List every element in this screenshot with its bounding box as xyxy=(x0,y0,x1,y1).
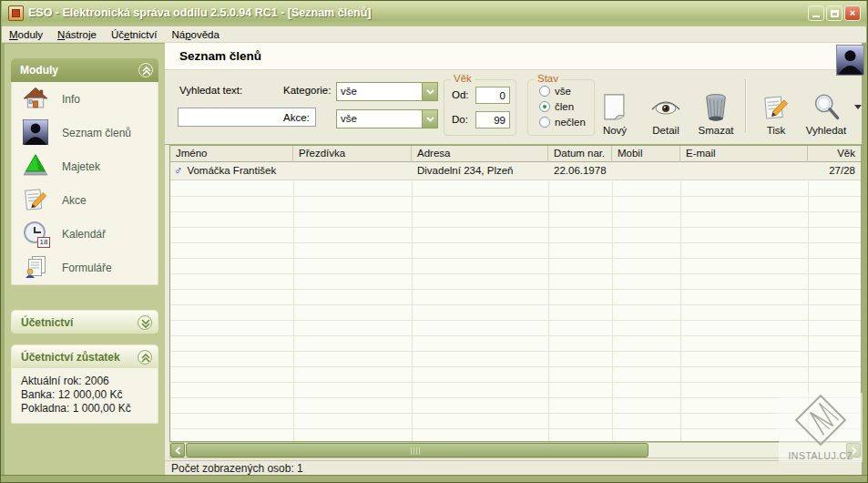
member-avatar xyxy=(836,45,864,76)
panel-ucetnictvi-header[interactable]: Účetnictví xyxy=(11,310,158,334)
print-document-icon xyxy=(762,91,790,124)
vyhledat-button[interactable]: Vyhledat xyxy=(801,77,852,136)
sidebar-item-akce[interactable]: Akce xyxy=(12,183,158,217)
search-label: Vyhledat text: xyxy=(179,85,242,96)
trash-icon xyxy=(703,91,729,124)
menu-moduly[interactable]: Moduly xyxy=(2,26,50,42)
do-label: Do: xyxy=(452,114,468,125)
page-header: Seznam členů xyxy=(165,43,862,70)
panel-moduly-title: Moduly xyxy=(20,58,58,82)
window-bottom-border xyxy=(1,475,867,482)
maximize-button[interactable] xyxy=(826,5,842,21)
cash-balance-text: Pokladna: 1 000,00 Kč xyxy=(21,402,158,416)
menu-ucetnictvi[interactable]: Účetnictví xyxy=(104,26,165,42)
radio-clen[interactable]: člen xyxy=(535,101,574,112)
expand-button[interactable] xyxy=(138,315,152,330)
grip-icon xyxy=(411,447,420,455)
sidebar-item-label: Majetek xyxy=(62,160,100,173)
kategorie-label: Kategorie: xyxy=(283,85,331,96)
menu-nastroje[interactable]: Nástroje xyxy=(50,26,104,42)
radio-icon xyxy=(539,86,550,97)
maximize-icon xyxy=(831,10,839,17)
cell-prezdivka xyxy=(293,162,412,180)
table-empty-area xyxy=(170,181,861,441)
sidebar-item-kalendar[interactable]: 18 Kalendář xyxy=(12,217,158,251)
chevron-up-icon xyxy=(140,353,151,364)
person-icon xyxy=(23,119,50,147)
radio-vse[interactable]: vše xyxy=(535,86,571,97)
house-icon xyxy=(23,86,50,113)
cell-datum-nar: 22.06.1978 xyxy=(548,162,612,180)
sidebar-item-formulare[interactable]: Formuláře xyxy=(12,251,158,284)
col-vek[interactable]: Věk xyxy=(808,146,861,162)
col-email[interactable]: E-mail xyxy=(680,146,808,162)
main-area: Seznam členů Vyhledat text: Kategorie: v… xyxy=(165,43,862,477)
stav-groupbox: Stav vše člen nečlen xyxy=(527,79,595,136)
cell-email xyxy=(680,162,808,180)
sidebar-item-seznam-clenu[interactable]: Seznam členů xyxy=(12,116,158,149)
panel-zustatek-title: Účetnictví zůstatek xyxy=(21,345,120,369)
cell-jmeno: Vomáčka František xyxy=(187,165,276,176)
col-prezdivka[interactable]: Přezdívka xyxy=(293,146,412,162)
minimize-button[interactable] xyxy=(808,5,824,21)
sidebar-item-label: Info xyxy=(62,93,80,106)
stav-group-label: Stav xyxy=(535,73,561,84)
close-button[interactable]: × xyxy=(844,5,861,21)
tisk-button[interactable]: Tisk xyxy=(753,77,799,136)
cell-mobil xyxy=(612,162,680,180)
novy-button[interactable]: Nový xyxy=(591,77,638,136)
bank-balance-text: Banka: 12 000,00 Kč xyxy=(21,388,158,402)
detail-button[interactable]: Detail xyxy=(642,77,689,136)
new-page-icon xyxy=(601,91,628,124)
minimize-icon xyxy=(812,15,820,17)
col-mobil[interactable]: Mobil xyxy=(612,146,680,162)
radio-neclen[interactable]: nečlen xyxy=(535,117,586,128)
vek-do-input[interactable] xyxy=(475,111,510,128)
title-bar[interactable]: ESO - Elektronická správa oddílu 2.5.0.9… xyxy=(2,1,866,26)
radio-selected-icon xyxy=(539,101,550,112)
sidebar: Moduly Info Seznam členů xyxy=(5,44,165,475)
vek-group-label: Věk xyxy=(451,73,475,84)
kategorie-value: vše xyxy=(341,83,357,100)
scroll-left-button[interactable] xyxy=(170,443,185,457)
window-title: ESO - Elektronická správa oddílu 2.5.0.9… xyxy=(28,1,372,26)
akce-select[interactable]: vše xyxy=(336,109,438,128)
panel-zustatek-header[interactable]: Účetnictví zůstatek xyxy=(11,344,158,368)
panel-zustatek: Účetnictví zůstatek Aktuální rok: 2006 B… xyxy=(11,344,158,424)
sidebar-item-label: Kalendář xyxy=(62,228,106,241)
search-icon xyxy=(812,91,841,124)
table-row[interactable]: ♂Vomáčka František Divadelní 234, Plzeň … xyxy=(170,162,861,180)
collapse-button[interactable] xyxy=(138,350,152,365)
akce-value: vše xyxy=(341,110,357,128)
instaluj-logo-icon xyxy=(793,393,848,447)
radio-icon xyxy=(539,117,550,128)
sidebar-item-label: Akce xyxy=(62,194,87,207)
col-datum-nar[interactable]: Datum nar. xyxy=(548,146,612,162)
app-window: ESO - Elektronická správa oddílu 2.5.0.9… xyxy=(0,0,868,483)
table-header: Jméno Přezdívka Adresa Datum nar. Mobil … xyxy=(170,146,861,162)
sidebar-item-info[interactable]: Info xyxy=(12,82,158,116)
scrollbar-thumb[interactable] xyxy=(186,443,648,457)
collapse-button[interactable] xyxy=(138,63,153,77)
smazat-button[interactable]: Smazat xyxy=(691,77,740,136)
od-label: Od: xyxy=(452,89,469,100)
sidebar-item-label: Seznam členů xyxy=(62,127,131,139)
col-adresa[interactable]: Adresa xyxy=(412,146,548,162)
toolbar-separator xyxy=(745,79,747,132)
panel-ucetnictvi-title: Účetnictví xyxy=(21,311,73,334)
current-year-text: Aktuální rok: 2006 xyxy=(21,375,158,388)
notepad-pencil-icon xyxy=(23,187,50,214)
chevron-down-icon[interactable] xyxy=(422,83,437,100)
eye-icon xyxy=(650,91,681,124)
horizontal-scrollbar[interactable] xyxy=(169,442,862,458)
vek-od-input[interactable] xyxy=(475,87,510,104)
sidebar-item-label: Formuláře xyxy=(62,262,112,274)
search-dropdown-icon[interactable] xyxy=(854,105,862,109)
col-jmeno[interactable]: Jméno xyxy=(170,146,293,162)
kategorie-select[interactable]: vše xyxy=(336,82,438,101)
instaluj-watermark: INSTALUJ.CZ xyxy=(779,393,863,462)
panel-moduly-header[interactable]: Moduly xyxy=(11,58,158,82)
chevron-down-icon[interactable] xyxy=(422,110,437,128)
sidebar-item-majetek[interactable]: Majetek xyxy=(12,149,158,183)
menu-napoveda[interactable]: Nápověda xyxy=(164,26,226,42)
